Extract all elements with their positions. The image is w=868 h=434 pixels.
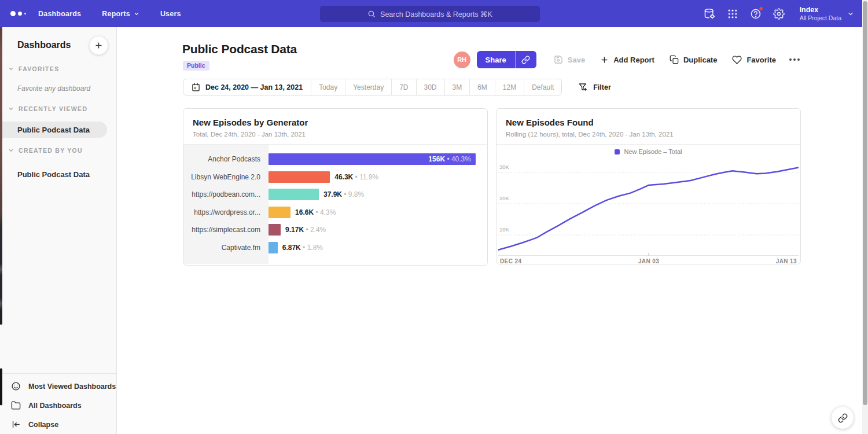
preset-7d-button[interactable]: 7D <box>391 79 415 95</box>
filter-button[interactable]: Filter <box>579 83 611 92</box>
favorite-button[interactable]: Favorite <box>732 55 776 65</box>
nav-reports-label: Reports <box>102 10 130 18</box>
bar-row: https://wordpress.or...16.6K • 4.3% <box>269 204 487 222</box>
bar-category-label: Libsyn WebEngine 2.0 <box>183 168 269 186</box>
date-range-button[interactable]: Dec 24, 2020 — Jan 13, 2021 <box>183 79 311 95</box>
calendar-icon <box>192 83 200 91</box>
search-input[interactable]: Search Dashboards & Reports ⌘K <box>320 6 540 22</box>
collapse-sidebar-button[interactable]: Collapse <box>0 415 116 434</box>
add-dashboard-button[interactable] <box>89 36 108 55</box>
more-options-button[interactable] <box>789 58 800 61</box>
bar-track: 6.87K • 1.8% <box>269 239 487 257</box>
share-link-button[interactable] <box>515 51 536 68</box>
all-dashboards-button[interactable]: All Dashboards <box>0 396 116 415</box>
help-icon[interactable] <box>750 8 762 20</box>
app-window: Dashboards Reports Users Search Dashboar… <box>0 0 868 434</box>
bar-value-label: 37.9K • 9.8% <box>323 186 364 204</box>
bar-segment[interactable] <box>269 224 281 236</box>
nav-item-users[interactable]: Users <box>160 10 181 18</box>
preset-today-button[interactable]: Today <box>311 79 345 95</box>
created-by-you-label: CREATED BY YOU <box>19 147 83 154</box>
chevron-down-icon <box>134 11 139 17</box>
x-tick-dec24: DEC 24 <box>500 258 521 264</box>
dashboard-actions: RH Share Save Add Report Duplicate <box>454 51 800 68</box>
add-report-button[interactable]: Add Report <box>600 56 654 64</box>
plus-icon <box>94 41 103 50</box>
save-button[interactable]: Save <box>554 55 585 64</box>
folder-icon <box>11 400 21 410</box>
nav-item-reports[interactable]: Reports <box>102 10 139 18</box>
x-axis-labels: DEC 24 JAN 03 JAN 13 <box>496 256 800 264</box>
nav-dashboards-label: Dashboards <box>38 10 81 18</box>
bar-segment[interactable] <box>269 189 319 200</box>
bar-segment[interactable] <box>269 171 330 183</box>
apps-grid-icon[interactable] <box>727 8 739 20</box>
section-created-by-you[interactable]: CREATED BY YOU <box>0 147 116 154</box>
project-name: Index <box>800 6 841 14</box>
bar-category-label: Captivate.fm <box>183 239 269 257</box>
chart-subtitle: Total, Dec 24th, 2020 - Jan 13th, 2021 <box>193 131 478 138</box>
chevron-down-icon <box>847 10 854 17</box>
all-dashboards-label: All Dashboards <box>28 402 82 410</box>
heart-icon <box>732 55 742 65</box>
share-link-floating-button[interactable] <box>832 407 854 429</box>
bar-segment[interactable]: 156K • 40.3% <box>269 153 476 165</box>
bar-track: 9.17K • 2.4% <box>269 221 487 239</box>
bar-value-label: 16.6K • 4.3% <box>295 204 336 222</box>
primary-nav: Dashboards Reports Users <box>38 10 181 18</box>
card-new-episodes-found: New Episodes Found Rolling (12 hours), t… <box>496 108 801 264</box>
bar-track: 156K • 40.3% <box>269 150 487 168</box>
preset-default-button[interactable]: Default <box>524 79 561 95</box>
chart-title: New Episodes Found <box>506 117 791 127</box>
bar-segment[interactable] <box>269 207 290 218</box>
main-content: Public Podcast Data Public RH Share Save… <box>117 27 862 434</box>
bar-segment[interactable] <box>269 242 278 253</box>
page-scrollbar[interactable] <box>862 0 868 434</box>
bar-track: 16.6K • 4.3% <box>269 204 487 222</box>
screen-edge-artifact <box>0 27 2 434</box>
project-selector[interactable]: Index All Project Data <box>800 6 854 22</box>
bar-row: https://simplecast.com9.17K • 2.4% <box>269 221 487 239</box>
section-recently-viewed[interactable]: RECENTLY VIEWED <box>0 105 116 112</box>
amplitude-logo-icon[interactable] <box>10 11 34 16</box>
line-chart-svg[interactable]: 10K20K30K <box>498 159 799 256</box>
preset-6m-button[interactable]: 6M <box>469 79 495 95</box>
duplicate-button[interactable]: Duplicate <box>670 55 718 64</box>
chevron-down-icon <box>8 106 14 112</box>
data-sources-icon[interactable] <box>704 8 716 20</box>
sidebar-item-public-podcast-data-2[interactable]: Public Podcast Data <box>0 166 90 182</box>
bar-row: https://podbean.com...37.9K • 9.8% <box>269 186 487 204</box>
section-favorites[interactable]: FAVORITES <box>0 65 116 72</box>
date-range-label: Dec 24, 2020 — Jan 13, 2021 <box>205 83 303 91</box>
favorites-empty-text: Favorite any dashboard <box>17 84 90 93</box>
most-viewed-label: Most Viewed Dashboards <box>28 382 116 391</box>
bar-value-label: 6.87K • 1.8% <box>282 239 323 257</box>
preset-30d-button[interactable]: 30D <box>416 79 444 95</box>
avatar[interactable]: RH <box>454 52 470 68</box>
x-tick-jan13: JAN 13 <box>776 258 797 264</box>
sidebar: Dashboards FAVORITES Favorite any dashbo… <box>0 27 117 434</box>
sidebar-item-public-podcast-data[interactable]: Public Podcast Data <box>0 122 107 138</box>
preset-yesterday-button[interactable]: Yesterday <box>345 79 391 95</box>
bar-category-label: https://simplecast.com <box>183 221 269 239</box>
plus-icon <box>600 56 609 64</box>
chevron-down-icon <box>8 66 14 72</box>
filter-label: Filter <box>593 83 611 91</box>
smiley-icon <box>11 381 21 391</box>
bar-value-label: 156K • 40.3% <box>428 150 471 168</box>
sidebar-title: Dashboards <box>17 40 71 50</box>
duplicate-label: Duplicate <box>683 56 718 64</box>
scrollbar-thumb[interactable] <box>863 1 867 405</box>
settings-gear-icon[interactable] <box>773 8 785 20</box>
preset-3m-button[interactable]: 3M <box>444 79 470 95</box>
most-viewed-dashboards-button[interactable]: Most Viewed Dashboards <box>0 377 116 396</box>
link-icon <box>838 413 848 423</box>
preset-12m-button[interactable]: 12M <box>495 79 524 95</box>
nav-item-dashboards[interactable]: Dashboards <box>38 10 81 18</box>
collapse-label: Collapse <box>28 421 58 429</box>
share-split-button: Share <box>477 51 536 68</box>
bar-row: Libsyn WebEngine 2.046.3K • 11.9% <box>269 168 487 186</box>
bar-row: Captivate.fm6.87K • 1.8% <box>269 239 487 257</box>
add-report-label: Add Report <box>613 56 654 64</box>
share-button[interactable]: Share <box>477 51 515 68</box>
